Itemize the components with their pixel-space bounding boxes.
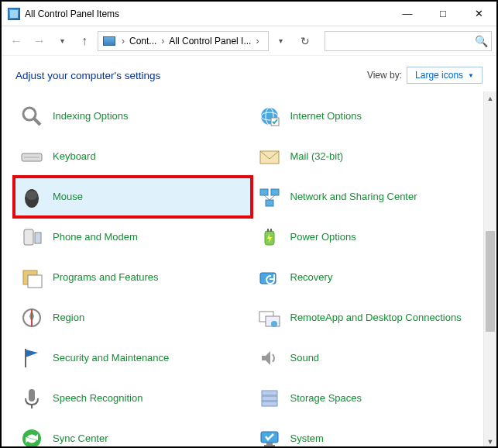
minimize-button[interactable]: — bbox=[390, 2, 425, 26]
maximize-button[interactable]: □ bbox=[425, 2, 461, 26]
view-by-select[interactable]: Large icons ▼ bbox=[407, 67, 483, 84]
item-label: Storage Spaces bbox=[290, 392, 362, 405]
item-network[interactable]: Network and Sharing Center bbox=[252, 177, 489, 217]
scrollbar[interactable]: ▲ ▼ bbox=[483, 91, 496, 448]
search-box[interactable]: 🔍 bbox=[325, 31, 493, 51]
header: Adjust your computer's settings View by:… bbox=[2, 56, 496, 91]
svg-point-0 bbox=[23, 108, 36, 120]
control-panel-icon bbox=[103, 36, 115, 46]
history-dropdown[interactable]: ▾ bbox=[53, 31, 71, 51]
svg-rect-33 bbox=[262, 396, 277, 401]
up-button[interactable]: ↑ bbox=[74, 31, 94, 51]
svg-line-14 bbox=[264, 195, 270, 200]
item-indexing[interactable]: Indexing Options bbox=[14, 96, 252, 136]
item-sound[interactable]: Sound bbox=[252, 338, 489, 378]
item-label: Recovery bbox=[290, 271, 333, 284]
item-label: Sound bbox=[290, 352, 320, 364]
svg-rect-32 bbox=[262, 391, 277, 395]
item-label: Power Options bbox=[290, 231, 356, 243]
item-flag[interactable]: Security and Maintenance bbox=[14, 338, 252, 378]
item-remote[interactable]: RemoteApp and Desktop Connections bbox=[252, 298, 489, 338]
flag-icon bbox=[19, 345, 45, 371]
network-icon bbox=[256, 184, 283, 210]
chevron-down-icon: ▼ bbox=[468, 72, 474, 79]
internet-icon bbox=[256, 103, 283, 129]
svg-rect-38 bbox=[264, 445, 275, 446]
phone-icon bbox=[19, 224, 45, 250]
item-power[interactable]: Power Options bbox=[252, 217, 489, 257]
item-label: Mail (32-bit) bbox=[290, 150, 344, 163]
breadcrumb-part2[interactable]: All Control Panel I... bbox=[167, 36, 252, 47]
item-label: Indexing Options bbox=[53, 110, 129, 122]
content-wrap: Indexing OptionsInternet OptionsKeyboard… bbox=[2, 91, 496, 448]
svg-rect-30 bbox=[29, 389, 35, 401]
scroll-thumb[interactable] bbox=[486, 231, 495, 332]
navbar: ← → ▾ ↑ › Cont... › All Control Panel I.… bbox=[2, 26, 496, 56]
remote-icon bbox=[256, 305, 283, 331]
indexing-icon bbox=[19, 103, 45, 129]
item-internet[interactable]: Internet Options bbox=[252, 96, 489, 136]
search-icon[interactable]: 🔍 bbox=[471, 35, 491, 47]
item-mouse[interactable]: Mouse bbox=[14, 177, 252, 217]
item-sync[interactable]: Sync Center bbox=[14, 419, 252, 448]
mouse-icon bbox=[19, 184, 45, 210]
programs-icon bbox=[19, 264, 45, 291]
system-icon bbox=[256, 426, 283, 448]
item-label: RemoteApp and Desktop Connections bbox=[290, 312, 462, 324]
svg-rect-11 bbox=[260, 189, 268, 195]
item-recovery[interactable]: Recovery bbox=[252, 257, 489, 298]
item-label: Speech Recognition bbox=[53, 392, 143, 405]
item-system[interactable]: System bbox=[252, 419, 489, 448]
titlebar: All Control Panel Items — □ ✕ bbox=[2, 2, 496, 26]
svg-rect-19 bbox=[267, 229, 269, 232]
refresh-button[interactable]: ↻ bbox=[294, 31, 317, 51]
item-storage[interactable]: Storage Spaces bbox=[252, 378, 489, 419]
view-by-label: View by: bbox=[367, 70, 402, 81]
item-label: Programs and Features bbox=[53, 271, 159, 284]
address-bar[interactable]: › Cont... › All Control Panel I... › bbox=[98, 31, 269, 51]
search-input[interactable] bbox=[325, 36, 472, 47]
svg-rect-37 bbox=[266, 443, 273, 445]
item-label: Internet Options bbox=[290, 110, 362, 122]
recovery-icon bbox=[256, 264, 283, 291]
close-button[interactable]: ✕ bbox=[461, 2, 496, 26]
item-label: Keyboard bbox=[53, 150, 96, 163]
item-label: Security and Maintenance bbox=[53, 352, 169, 364]
mic-icon bbox=[19, 385, 45, 412]
svg-rect-12 bbox=[271, 189, 279, 195]
back-button[interactable]: ← bbox=[6, 31, 26, 51]
sound-icon bbox=[256, 345, 283, 371]
svg-point-10 bbox=[26, 191, 37, 200]
item-label: Phone and Modem bbox=[53, 231, 138, 243]
item-region[interactable]: Region bbox=[14, 298, 252, 338]
item-keyboard[interactable]: Keyboard bbox=[14, 136, 252, 177]
svg-rect-34 bbox=[262, 401, 277, 406]
items-grid: Indexing OptionsInternet OptionsKeyboard… bbox=[2, 91, 496, 448]
breadcrumb-part1[interactable]: Cont... bbox=[128, 36, 158, 47]
item-label: System bbox=[290, 432, 324, 445]
svg-rect-16 bbox=[24, 229, 33, 245]
keyboard-icon bbox=[19, 143, 45, 170]
breadcrumb-sep: › bbox=[118, 36, 128, 47]
svg-point-28 bbox=[271, 321, 277, 327]
view-by-value: Large icons bbox=[415, 70, 463, 81]
item-phone[interactable]: Phone and Modem bbox=[14, 217, 252, 257]
svg-rect-22 bbox=[28, 275, 42, 288]
window-title: All Control Panel Items bbox=[25, 9, 390, 19]
item-mic[interactable]: Speech Recognition bbox=[14, 378, 252, 419]
scroll-down-button[interactable]: ▼ bbox=[484, 435, 496, 448]
item-mail[interactable]: Mail (32-bit) bbox=[252, 136, 489, 177]
scroll-up-button[interactable]: ▲ bbox=[484, 91, 496, 105]
address-dropdown[interactable]: ▾ bbox=[272, 31, 290, 51]
breadcrumb-sep: › bbox=[158, 36, 167, 47]
item-label: Region bbox=[53, 312, 84, 324]
item-programs[interactable]: Programs and Features bbox=[14, 257, 252, 298]
mail-icon bbox=[256, 143, 283, 170]
svg-line-1 bbox=[34, 119, 40, 125]
power-icon bbox=[256, 224, 283, 250]
forward-button[interactable]: → bbox=[29, 31, 50, 51]
item-label: Sync Center bbox=[53, 432, 108, 445]
sync-icon bbox=[19, 426, 45, 448]
svg-rect-20 bbox=[270, 229, 272, 232]
svg-rect-17 bbox=[35, 233, 41, 243]
